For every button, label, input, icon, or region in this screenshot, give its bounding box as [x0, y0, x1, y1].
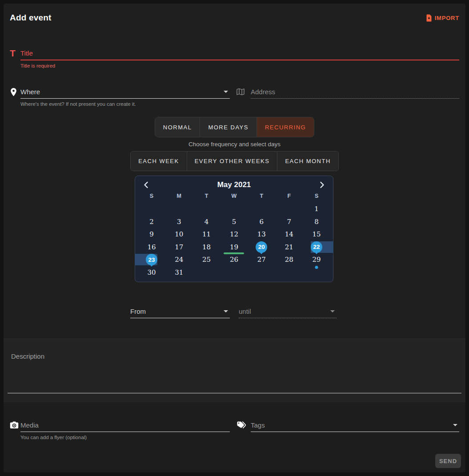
- calendar-grid: 1234567891011121314151617181920212223242…: [135, 203, 333, 279]
- add-event-dialog: Add event IMPORT T Title is required: [4, 4, 465, 472]
- day-number: 22: [311, 241, 322, 253]
- day-number: 9: [149, 230, 154, 238]
- tags-icon: [237, 420, 251, 440]
- calendar-day-29[interactable]: 29: [303, 253, 330, 266]
- frequency-option-each-month[interactable]: EACH MONTH: [277, 152, 338, 171]
- calendar-day-4[interactable]: 4: [193, 216, 220, 228]
- calendar-day-empty: [220, 266, 248, 279]
- calendar-header: May 2021: [135, 176, 333, 189]
- media-helper-text: You can add a flyer (optional): [20, 435, 230, 440]
- chevron-down-icon: [453, 424, 457, 426]
- calendar-day-27[interactable]: 27: [248, 253, 275, 266]
- chevron-left-icon: [143, 181, 149, 188]
- day-number: 15: [313, 230, 321, 238]
- tab-normal[interactable]: NORMAL: [155, 117, 200, 137]
- day-number: 13: [257, 230, 266, 238]
- calendar-day-9[interactable]: 9: [138, 228, 165, 241]
- day-number: 24: [175, 256, 183, 264]
- frequency-caption: Choose frequency and select days: [4, 141, 465, 148]
- day-number: 21: [285, 243, 293, 251]
- calendar-day-18[interactable]: 18: [193, 241, 220, 254]
- day-number: 11: [202, 230, 211, 238]
- frequency-option-every-other-weeks[interactable]: EVERY OTHER WEEKS: [187, 152, 278, 171]
- calendar-day-2[interactable]: 2: [138, 216, 165, 228]
- calendar-day-1[interactable]: 1: [303, 203, 330, 216]
- calendar-day-19[interactable]: 19: [220, 241, 248, 254]
- until-select[interactable]: until: [239, 307, 337, 318]
- calendar-day-empty: [275, 266, 303, 279]
- calendar-day-14[interactable]: 14: [275, 228, 303, 241]
- chevron-down-icon: [224, 310, 228, 312]
- calendar-day-30[interactable]: 30: [138, 266, 165, 279]
- calendar-day-21[interactable]: 21: [275, 241, 303, 254]
- calendar-day-5[interactable]: 5: [220, 216, 248, 228]
- calendar-day-empty: [193, 203, 220, 216]
- calendar-day-22[interactable]: 22: [303, 241, 330, 254]
- day-number: 17: [175, 243, 183, 251]
- title-field-section: T Title is required: [10, 48, 459, 68]
- media-tags-row: You can add a flyer (optional) Tags: [10, 420, 459, 440]
- where-select[interactable]: Where: [20, 87, 230, 99]
- frequency-options-row: EACH WEEKEVERY OTHER WEEKSEACH MONTH: [4, 151, 465, 171]
- from-select[interactable]: From: [130, 307, 230, 318]
- calendar-day-11[interactable]: 11: [193, 228, 220, 241]
- calendar-day-empty: [303, 266, 330, 279]
- calendar-day-16[interactable]: 16: [138, 241, 165, 254]
- day-number: 29: [313, 256, 321, 264]
- day-number: 31: [175, 268, 183, 276]
- day-number: 14: [285, 230, 293, 238]
- where-helper-text: Where's the event? If not present you ca…: [20, 101, 230, 107]
- calendar-day-12[interactable]: 12: [220, 228, 248, 241]
- calendar-next-button[interactable]: [318, 180, 326, 189]
- calendar-day-23[interactable]: 23: [138, 253, 165, 266]
- day-number: 27: [257, 256, 266, 264]
- page-title: Add event: [10, 13, 52, 23]
- calendar-day-17[interactable]: 17: [165, 241, 193, 254]
- weekday-label: M: [165, 193, 193, 199]
- day-number: 7: [287, 218, 291, 226]
- weekday-label: S: [303, 193, 330, 199]
- weekday-label: W: [220, 193, 248, 199]
- day-number: 4: [204, 218, 209, 226]
- where-select-value: Where: [20, 88, 40, 96]
- send-button[interactable]: SEND: [435, 454, 461, 468]
- event-type-tabs: NORMALMORE DAYSRECURRING: [155, 117, 314, 137]
- frequency-option-each-week[interactable]: EACH WEEK: [131, 152, 187, 171]
- media-input[interactable]: [20, 420, 230, 432]
- calendar-day-24[interactable]: 24: [165, 253, 193, 266]
- calendar-prev-button[interactable]: [142, 180, 150, 189]
- calendar-day-3[interactable]: 3: [165, 216, 193, 228]
- calendar-day-20[interactable]: 20: [248, 241, 275, 254]
- day-number: 1: [314, 205, 319, 213]
- title-error-message: Title is required: [20, 63, 459, 68]
- tab-recurring[interactable]: RECURRING: [257, 117, 314, 137]
- tags-select[interactable]: Tags: [251, 420, 459, 432]
- calendar-day-13[interactable]: 13: [248, 228, 275, 241]
- chevron-right-icon: [319, 181, 325, 188]
- calendar-month-title: May 2021: [150, 180, 318, 189]
- calendar-day-31[interactable]: 31: [165, 266, 193, 279]
- weekday-label: S: [138, 193, 165, 199]
- calendar-day-26[interactable]: 26: [220, 253, 248, 266]
- dialog-header: Add event IMPORT: [4, 4, 465, 33]
- location-row: Where Where's the event? If not present …: [10, 87, 459, 107]
- calendar-day-6[interactable]: 6: [248, 216, 275, 228]
- calendar-day-25[interactable]: 25: [193, 253, 220, 266]
- tab-more-days[interactable]: MORE DAYS: [200, 117, 257, 137]
- from-select-value: From: [130, 308, 146, 315]
- calendar-day-28[interactable]: 28: [275, 253, 303, 266]
- description-input[interactable]: Description: [4, 339, 465, 402]
- day-number: 5: [232, 218, 237, 226]
- weekday-label: T: [248, 193, 275, 199]
- description-label: Description: [11, 352, 44, 360]
- calendar-day-15[interactable]: 15: [303, 228, 330, 241]
- title-input[interactable]: [20, 48, 459, 60]
- title-icon: T: [10, 48, 20, 60]
- calendar-day-10[interactable]: 10: [165, 228, 193, 241]
- day-number: 25: [202, 256, 211, 264]
- import-button[interactable]: IMPORT: [425, 14, 459, 22]
- day-number: 8: [314, 218, 319, 226]
- address-input[interactable]: [251, 87, 459, 98]
- calendar-day-8[interactable]: 8: [303, 216, 330, 228]
- calendar-day-7[interactable]: 7: [275, 216, 303, 228]
